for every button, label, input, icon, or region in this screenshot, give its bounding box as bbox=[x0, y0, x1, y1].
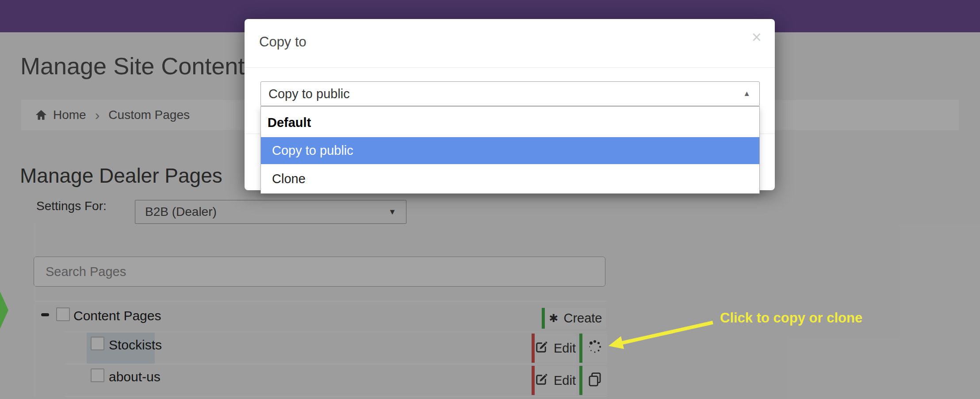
caret-up-icon: ▲ bbox=[743, 82, 750, 106]
dropdown-option-copy-to-public[interactable]: Copy to public bbox=[261, 137, 759, 164]
screen: Manage Site Content Home › Custom Pages … bbox=[0, 0, 980, 399]
copy-mode-selected-value: Copy to public bbox=[268, 87, 350, 101]
copy-mode-dropdown: Default Copy to public Clone bbox=[260, 106, 760, 194]
modal-header-divider bbox=[245, 67, 775, 68]
annotation-text: Click to copy or clone bbox=[720, 310, 862, 326]
copy-to-modal: Copy to × Copy to public ▲ Default Copy … bbox=[245, 19, 775, 190]
dropdown-option-clone[interactable]: Clone bbox=[261, 164, 759, 193]
dropdown-group-default: Default bbox=[261, 107, 759, 137]
copy-mode-select[interactable]: Copy to public ▲ bbox=[260, 81, 760, 106]
modal-title: Copy to bbox=[259, 34, 306, 50]
close-icon[interactable]: × bbox=[752, 29, 762, 46]
